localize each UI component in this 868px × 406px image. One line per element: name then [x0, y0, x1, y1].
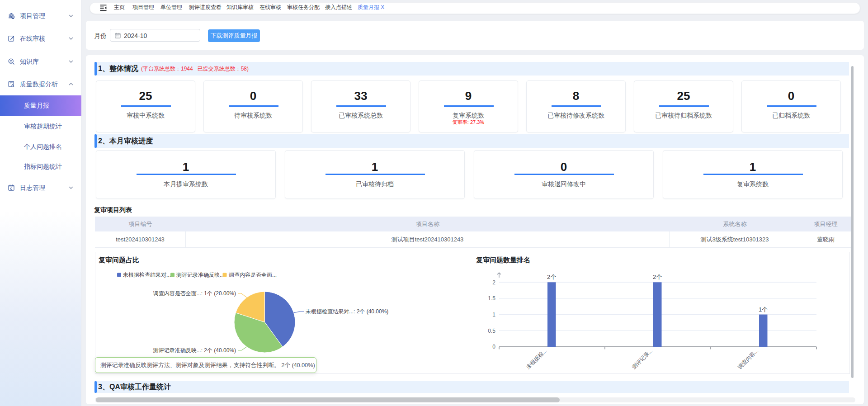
svg-text:未根据检...: 未根据检... — [525, 347, 548, 370]
svg-text:1.5: 1.5 — [488, 295, 495, 302]
svg-text:调查内容是否全面...: 1个 (20.00%): 调查内容是否全面...: 1个 (20.00%) — [153, 290, 236, 297]
svg-text:调查内容...: 调查内容... — [736, 347, 760, 371]
svg-text:0.5: 0.5 — [488, 328, 495, 334]
svg-text:1: 1 — [492, 312, 495, 318]
svg-text:测评记录...: 测评记录... — [630, 347, 654, 371]
svg-text:2个: 2个 — [547, 274, 556, 280]
svg-text:未根据检查结果对...: 未根据检查结果对... — [123, 272, 171, 278]
svg-text:1个: 1个 — [759, 306, 768, 313]
svg-text:0: 0 — [492, 344, 495, 350]
svg-text:2: 2 — [492, 279, 495, 286]
svg-text:2个: 2个 — [653, 274, 662, 280]
svg-text:未根据检查结果对...: 2个 (40.00%): 未根据检查结果对...: 2个 (40.00%) — [306, 308, 388, 315]
svg-text:复审问题数量排名: 复审问题数量排名 — [476, 256, 530, 264]
svg-text:复审问题占比: 复审问题占比 — [98, 256, 139, 264]
svg-text:测评记录准确反映...: 2个 (40.00%): 测评记录准确反映...: 2个 (40.00%) — [153, 347, 236, 354]
svg-text:调查内容是否全面...: 调查内容是否全面... — [228, 272, 277, 278]
svg-text:测评记录准确反映...: 测评记录准确反映... — [176, 272, 224, 278]
